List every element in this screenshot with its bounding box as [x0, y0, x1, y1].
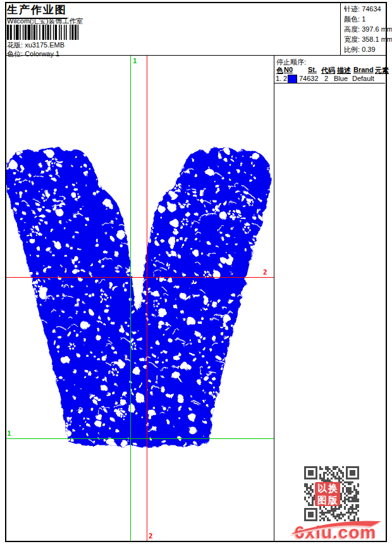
scale-label: 比例:: [344, 46, 360, 53]
width-row: 宽度: 358.1 mm: [344, 34, 392, 44]
stitch-count-label: 针迹:: [344, 5, 360, 13]
colorway-value: Colorway 1: [25, 50, 59, 58]
color-count-label: 颜色:: [344, 15, 360, 23]
color-count-value: 1: [362, 15, 365, 23]
colorway-label: 色位:: [7, 50, 23, 58]
row-stitches: 74632: [299, 75, 319, 82]
design-file-label: 花版:: [7, 41, 23, 49]
col-header-brand: Brand: [353, 66, 374, 73]
guide-label-1-top: 1: [133, 57, 137, 65]
scale-row: 比例: 0.39: [344, 44, 392, 54]
red-vertical-guide: [147, 56, 147, 541]
embroidery-design-canvas: [6, 56, 274, 540]
barcode: [7, 25, 97, 40]
design-file-row: 花版: xu3175.EMB: [7, 40, 64, 50]
guide-label-2-right: 2: [263, 268, 267, 276]
color-swatch: [288, 75, 297, 83]
design-info-box: 针迹: 74634 颜色: 1 高度: 397.6 mm 宽度: 358.1 m…: [344, 4, 392, 54]
row-description: Blue: [334, 75, 348, 82]
color-count-row: 颜色: 1: [344, 14, 392, 24]
stitch-count-value: 74634: [362, 5, 381, 13]
height-label: 高度:: [344, 25, 360, 33]
green-vertical-guide: [130, 56, 131, 541]
col-header-n0: N0: [284, 66, 293, 73]
row-brand: Default: [352, 75, 374, 82]
col-header-color: 色: [276, 66, 283, 75]
scale-value: 0.39: [362, 46, 375, 53]
col-header-element: 元素: [375, 66, 389, 75]
production-worksheet: 生产作业图 Wilcom(汇宝)装饰工作室 花版: xu3175.EMB 色位:…: [0, 0, 392, 544]
width-value: 358.1 mm: [362, 35, 392, 43]
info-box-divider: [340, 2, 341, 56]
width-label: 宽度:: [344, 35, 360, 43]
stitch-count-row: 针迹: 74634: [344, 4, 392, 14]
row-code: 2: [324, 75, 328, 82]
panel-divider: [274, 56, 274, 541]
green-horizontal-guide: [6, 438, 274, 439]
header-divider: [5, 55, 386, 56]
height-row: 高度: 397.6 mm: [344, 24, 392, 34]
red-stamp: 以换图版: [315, 482, 340, 506]
colorway-row: 色位: Colorway 1: [7, 49, 59, 59]
row-color-no: 2: [283, 75, 287, 82]
watermark-site: 6xiu.com: [295, 522, 376, 543]
guide-label-1-left: 1: [7, 430, 11, 438]
red-horizontal-guide: [6, 277, 274, 278]
lace-design: [6, 56, 274, 540]
col-header-st: St.: [308, 66, 317, 73]
col-header-code: 代码: [321, 66, 335, 75]
design-file-value: xu3175.EMB: [25, 41, 64, 49]
height-value: 397.6 mm: [362, 25, 392, 33]
guide-label-2-bottom: 2: [149, 532, 153, 540]
col-header-desc: 描述: [337, 66, 351, 75]
row-seq: 1.: [276, 75, 281, 82]
